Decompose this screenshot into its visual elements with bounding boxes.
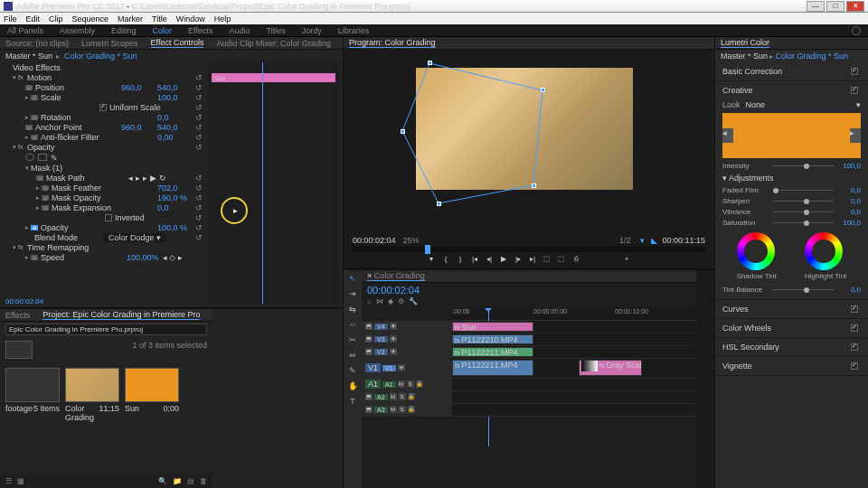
rate-tool[interactable]: ↔ [347, 320, 358, 331]
ec-mask-path[interactable]: ◇Mask Path◂▸▸▶↻↺ [0, 173, 204, 183]
bin-footage[interactable]: footage5 items [5, 368, 60, 468]
shadow-tint-wheel[interactable] [737, 232, 775, 270]
mask-handle[interactable] [428, 61, 432, 65]
wrench-icon[interactable]: 🔧 [409, 297, 418, 305]
mask-handle[interactable] [541, 88, 545, 92]
program-monitor[interactable]: 00:00:02:04 25% 1/2 ▾ ◣ 00:00:11:15 ▾ { … [344, 50, 714, 268]
ws-effects[interactable]: Effects [188, 26, 212, 35]
ec-speed[interactable]: ▸◇Speed100,00%◂ ◇ ▸ [0, 252, 204, 262]
mark-out-icon[interactable]: } [456, 255, 465, 264]
prev-look-icon[interactable]: ◂ [722, 128, 733, 143]
ws-allpanels[interactable]: All Panels [7, 26, 43, 35]
tab-effects[interactable]: Effects [5, 311, 30, 320]
lumetri-curves[interactable]: Curves [715, 300, 868, 319]
new-item-icon[interactable]: ▤ [187, 477, 194, 485]
lumetri-vignette[interactable]: Vignette [715, 357, 868, 376]
tab-effect-controls[interactable]: Effect Controls [151, 38, 204, 48]
lumetri-wheels[interactable]: Color Wheels [715, 319, 868, 338]
menu-edit[interactable]: Edit [26, 14, 41, 23]
menu-window[interactable]: Window [176, 14, 205, 23]
lumetri-creative[interactable]: Creative LookNone▾ ◂ ▸ Intensity100,0 ▾ … [715, 81, 868, 300]
ec-blend[interactable]: Blend ModeColor Dodge ▾↺ [0, 232, 204, 242]
ec-inverted[interactable]: Inverted↺ [0, 212, 204, 222]
mask-handle[interactable] [532, 183, 536, 188]
track-v2[interactable]: ⬒V2👁fx P1122211.MP4 [362, 346, 696, 359]
list-view-icon[interactable]: ☰ [5, 477, 12, 485]
track-a3[interactable]: ⬒A3MS🔒 [362, 404, 696, 417]
sharpen-slider[interactable]: Sharpen0,0 [722, 197, 861, 205]
ec-scale[interactable]: ▸◇Scale100,0↺ [0, 92, 204, 102]
settings-icon[interactable]: + [622, 255, 631, 264]
tab-program[interactable]: Program: Color Grading [349, 38, 436, 48]
ec-position[interactable]: ◇Position960,0540,0↺ [0, 82, 204, 92]
clip-p2[interactable]: fx P1122211.MP4 [452, 347, 533, 357]
tab-scopes[interactable]: Lumetri Scopes [81, 39, 138, 48]
clip-p3[interactable]: fx P1122211.MP4 [452, 360, 533, 376]
tab-lumetri[interactable]: Lumetri Color [721, 38, 769, 48]
bin-colorgrading[interactable]: Color Grading11;15 [65, 368, 119, 468]
ec-timeline[interactable]: Sun [208, 62, 339, 304]
maximize-button[interactable]: □ [826, 1, 844, 12]
goto-out-icon[interactable]: ▸| [528, 255, 537, 264]
ec-opacity-val[interactable]: ▸◆Opacity100,0 %↺ [0, 222, 204, 232]
menu-help[interactable]: Help [214, 14, 231, 23]
search-icon[interactable] [852, 26, 861, 35]
tint-slider[interactable]: Tint Balance0,0 [722, 286, 861, 294]
ws-assembly[interactable]: Assembly [60, 26, 95, 35]
clip-sun[interactable]: fx Sun [452, 322, 533, 332]
ws-editing[interactable]: Editing [111, 26, 137, 35]
track-v1[interactable]: V1V1👁fx P1122211.MP4 fx Gray Scale.jpg [362, 359, 696, 379]
ec-motion[interactable]: ▾fxMotion↺ [0, 72, 204, 82]
mask-rect-icon[interactable] [38, 154, 47, 161]
ec-timecode[interactable]: 00:00:02:04 [5, 297, 43, 305]
tab-source[interactable]: Source: (no clips) [5, 39, 69, 48]
ws-color[interactable]: Color [153, 26, 173, 35]
mask-ellipse-icon[interactable] [25, 154, 34, 161]
program-tc-right[interactable]: 00:00:11:15 [662, 236, 705, 245]
ec-flicker[interactable]: ▸◇Anti-flicker Filter0,00↺ [0, 132, 204, 142]
ec-mask-opacity[interactable]: ▸◇Mask Opacity190,0 %↺ [0, 192, 204, 202]
new-bin-icon[interactable]: 📁 [173, 477, 182, 485]
selection-tool[interactable]: ↖ [347, 274, 358, 285]
lift-icon[interactable]: ⬚ [542, 255, 552, 264]
tab-sequence[interactable]: × Color Grading [367, 271, 425, 281]
track-a1[interactable]: A1A1MS🔒 [362, 379, 696, 391]
ec-anchor[interactable]: ◇Anchor Point960,0540,0↺ [0, 122, 204, 132]
close-button[interactable]: ✕ [846, 1, 864, 12]
minimize-button[interactable]: — [807, 1, 825, 12]
menu-sequence[interactable]: Sequence [72, 14, 109, 23]
ws-audio[interactable]: Audio [229, 26, 250, 35]
program-zoom[interactable]: 25% [403, 236, 420, 245]
highlight-tint-wheel[interactable] [805, 232, 843, 270]
ripple-tool[interactable]: ⇆ [347, 305, 358, 315]
pen-tool[interactable]: ✎ [347, 366, 358, 377]
tab-project[interactable]: Project: Epic Color Grading in Premiere … [42, 310, 200, 320]
ec-rotation[interactable]: ▸◇Rotation0,0↺ [0, 112, 204, 122]
menu-file[interactable]: File [4, 14, 17, 23]
program-tc-left[interactable]: 00:00:02:04 [353, 236, 396, 245]
faded-slider[interactable]: Faded Film0,0 [722, 186, 861, 194]
bin-sun[interactable]: Sun0;00 [125, 368, 179, 468]
track-select-tool[interactable]: ⇥ [347, 289, 358, 300]
intensity-slider[interactable]: Intensity100,0 [722, 162, 861, 170]
lumetri-basic[interactable]: Basic Correction [715, 62, 868, 81]
snap-icon[interactable]: ⌕ [367, 297, 372, 305]
ec-mask-feather[interactable]: ▸◇Mask Feather702,0↺ [0, 183, 204, 192]
link-icon[interactable]: ⋈ [376, 297, 383, 305]
mask-path-overlay[interactable] [384, 54, 583, 217]
ws-libraries[interactable]: Libraries [338, 26, 370, 35]
ws-titles[interactable]: Titles [266, 26, 285, 35]
clip-gray[interactable]: fx Gray Scale.jpg [579, 360, 642, 376]
mask-handle[interactable] [437, 202, 441, 206]
ec-playhead[interactable] [262, 62, 263, 304]
track-a2[interactable]: ⬒A2MS🔒 [362, 391, 696, 404]
ec-opacity[interactable]: ▾fxOpacity↺ [0, 142, 204, 152]
tab-audio-mixer[interactable]: Audio Clip Mixer: Color Grading [216, 39, 331, 48]
menu-title[interactable]: Title [152, 14, 167, 23]
hand-tool[interactable]: ✋ [347, 381, 358, 392]
ec-mask-expansion[interactable]: ▸◇Mask Expansion0,0↺ [0, 202, 204, 212]
ec-mask[interactable]: ▾Mask (1) [0, 163, 204, 173]
vibrance-slider[interactable]: Vibrance0,0 [722, 208, 861, 216]
saturation-slider[interactable]: Saturation100,0 [722, 219, 861, 227]
step-back-icon[interactable]: ◂| [485, 255, 494, 264]
